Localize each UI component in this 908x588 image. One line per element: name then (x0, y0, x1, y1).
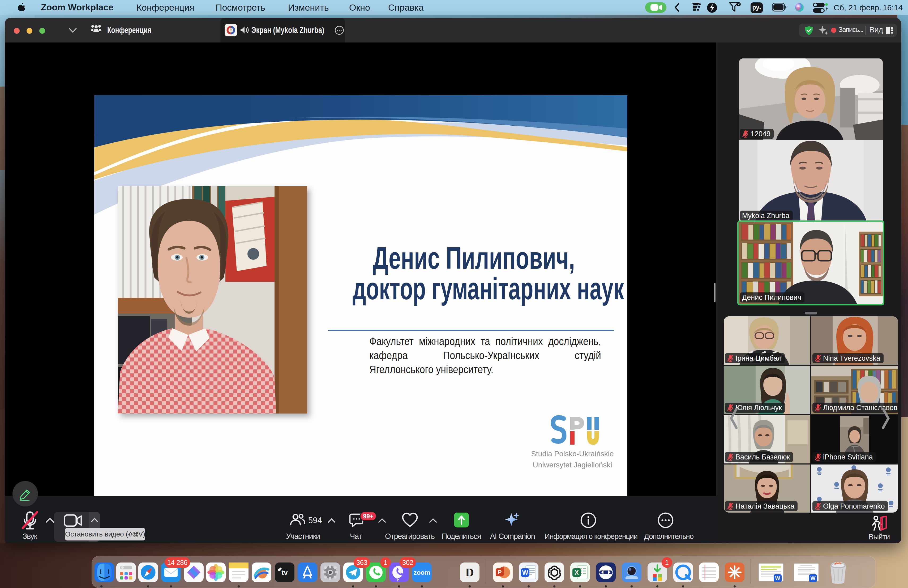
svg-text:Studia Polsko-Ukraińskie: Studia Polsko-Ukraińskie (531, 449, 613, 458)
svg-text:Uniwersytet Jagielloński: Uniwersytet Jagielloński (533, 461, 612, 469)
svg-text:D: D (465, 566, 474, 579)
svg-text:W: W (775, 575, 780, 581)
svg-text:X: X (575, 569, 579, 576)
svg-text:zoom: zoom (414, 569, 430, 576)
svg-text:W: W (522, 569, 528, 576)
svg-text:W: W (811, 575, 816, 581)
svg-text:tv: tv (282, 569, 288, 577)
svg-text:P: P (498, 569, 502, 575)
